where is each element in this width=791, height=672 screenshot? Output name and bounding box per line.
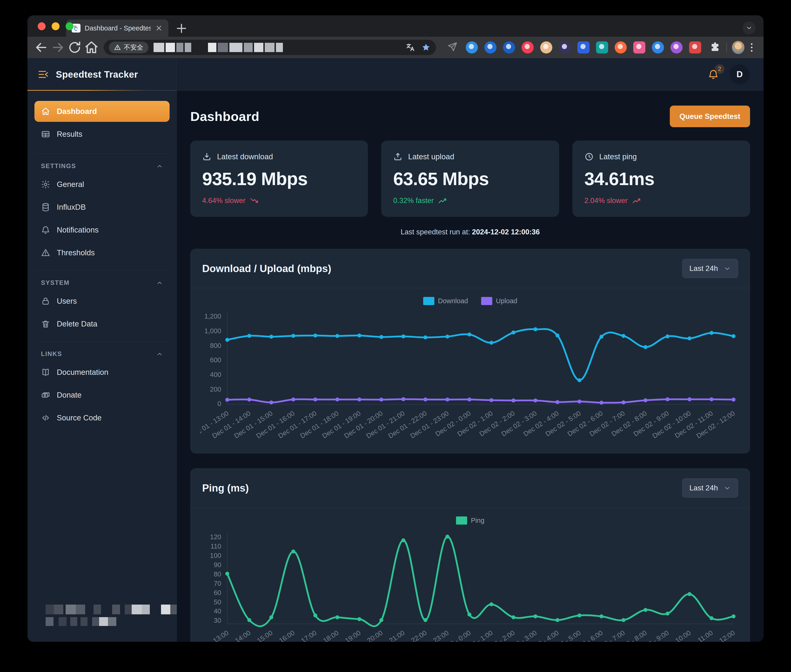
browser-profile-avatar[interactable] bbox=[732, 41, 744, 54]
sidebar-item-delete-data[interactable]: Delete Data bbox=[34, 314, 170, 334]
time-range-selector[interactable]: Last 24h bbox=[682, 478, 738, 498]
sidebar-item-results[interactable]: Results bbox=[34, 124, 170, 145]
chart-canvas: 30405060708090100110120Dec 01 - 13:00Dec… bbox=[200, 525, 741, 642]
minimize-window-button[interactable] bbox=[51, 22, 59, 30]
sidebar-item-dashboard[interactable]: Dashboard bbox=[34, 101, 170, 122]
emoji-face-icon[interactable] bbox=[540, 42, 552, 53]
drop-icon[interactable] bbox=[466, 42, 478, 53]
notebook-icon[interactable] bbox=[689, 42, 701, 53]
redacted-block bbox=[120, 605, 125, 614]
sidebar-section-header[interactable]: SETTINGS bbox=[34, 161, 170, 174]
sidebar-collapse-icon[interactable] bbox=[37, 68, 49, 80]
database-icon bbox=[41, 203, 50, 212]
sidebar-item-documentation[interactable]: Documentation bbox=[34, 362, 170, 383]
legend-swatch bbox=[423, 297, 434, 305]
sidebar-item-donate[interactable]: Donate bbox=[34, 385, 170, 406]
browser-toolbar: 不安全 bbox=[27, 37, 764, 58]
reload-button[interactable] bbox=[67, 40, 82, 55]
sidebar-item-label: InfluxDB bbox=[57, 203, 86, 211]
redacted-block bbox=[67, 617, 70, 626]
svg-text:Dec 01 - 22:00: Dec 01 - 22:00 bbox=[387, 410, 428, 440]
trend-up-icon bbox=[438, 196, 447, 205]
last-run-label: Last speedtest run at: bbox=[401, 228, 470, 236]
svg-text:Dec 02 - 11:00: Dec 02 - 11:00 bbox=[674, 410, 714, 440]
svg-text:80: 80 bbox=[214, 570, 221, 578]
stat-cards: Latest download 935.19 Mbps 4.64% slower… bbox=[190, 141, 750, 217]
sidebar-section-title: LINKS bbox=[41, 350, 62, 358]
redacted-url-block bbox=[254, 43, 263, 52]
redacted-url-block bbox=[276, 43, 283, 52]
sidebar-item-source-code[interactable]: Source Code bbox=[34, 407, 170, 428]
browser-menu-icon[interactable] bbox=[746, 42, 757, 53]
browser-home-button[interactable] bbox=[84, 40, 99, 55]
security-badge[interactable]: 不安全 bbox=[109, 42, 148, 53]
redacted-block bbox=[99, 617, 108, 626]
user-avatar[interactable]: D bbox=[730, 64, 749, 85]
tab-close-icon[interactable] bbox=[155, 24, 163, 32]
sidebar-item-thresholds[interactable]: Thresholds bbox=[34, 242, 170, 263]
chart-title: Download / Upload (mbps) bbox=[202, 263, 331, 274]
redacted-url-block bbox=[244, 43, 253, 52]
redacted-block bbox=[59, 617, 67, 626]
translate-pink-icon[interactable] bbox=[633, 42, 645, 53]
send-icon[interactable] bbox=[447, 42, 459, 53]
teal-logo-icon[interactable] bbox=[596, 42, 608, 53]
tab-search-button[interactable] bbox=[743, 21, 756, 34]
redacted-block bbox=[112, 605, 120, 614]
redacted-url-block bbox=[154, 43, 164, 52]
pocket-shield-icon[interactable] bbox=[521, 42, 534, 53]
close-window-button[interactable] bbox=[38, 22, 46, 30]
legend-item: Download bbox=[423, 297, 468, 305]
download-tray-icon bbox=[202, 152, 212, 162]
redacted-url-block bbox=[208, 43, 217, 52]
svg-text:100: 100 bbox=[210, 552, 221, 560]
flame-icon[interactable] bbox=[615, 42, 627, 53]
redacted-url bbox=[154, 43, 400, 52]
sidebar-item-influxdb[interactable]: InfluxDB bbox=[34, 197, 170, 218]
zoom-window-button[interactable] bbox=[66, 22, 74, 30]
back-button[interactable] bbox=[34, 40, 49, 55]
grape-icon[interactable] bbox=[671, 42, 683, 53]
stat-value: 34.61ms bbox=[584, 168, 738, 189]
browser-tab[interactable]: Dashboard - Speedtest Track bbox=[66, 19, 168, 37]
redacted-url-block bbox=[218, 43, 228, 52]
redacted-block bbox=[85, 605, 93, 614]
notifications-bell-icon[interactable]: 2 bbox=[708, 69, 719, 80]
redacted-block bbox=[46, 617, 53, 626]
extensions-menu-icon[interactable] bbox=[709, 42, 721, 53]
sidebar-item-label: Thresholds bbox=[57, 248, 95, 257]
globe-icon[interactable] bbox=[503, 42, 515, 53]
address-bar[interactable]: 不安全 bbox=[104, 40, 436, 55]
sidebar-item-users[interactable]: Users bbox=[34, 291, 170, 312]
ring-icon[interactable] bbox=[652, 42, 664, 53]
warning-icon bbox=[41, 248, 50, 258]
new-tab-button[interactable] bbox=[175, 21, 188, 35]
security-badge-label: 不安全 bbox=[124, 43, 143, 52]
redacted-block bbox=[80, 617, 87, 626]
sidebar-section-header[interactable]: LINKS bbox=[34, 349, 170, 362]
time-range-selector[interactable]: Last 24h bbox=[682, 259, 738, 278]
sidebar-item-notifications[interactable]: Notifications bbox=[34, 219, 170, 240]
redacted-url-block bbox=[166, 43, 175, 52]
forward-button[interactable] bbox=[50, 40, 66, 55]
stat-delta: 4.64% slower bbox=[202, 196, 356, 205]
home-icon bbox=[41, 107, 50, 116]
stat-value: 63.65 Mbps bbox=[393, 168, 547, 189]
table-icon bbox=[41, 130, 50, 139]
speedtest-tracker-app: Speedtest Tracker Dashboard Results SETT… bbox=[27, 58, 764, 642]
swirl-icon[interactable] bbox=[485, 42, 496, 53]
sidebar-item-general[interactable]: General bbox=[34, 174, 170, 195]
queue-speedtest-button[interactable]: Queue Speedtest bbox=[670, 106, 750, 127]
sidebar-section-header[interactable]: SYSTEM bbox=[34, 277, 170, 291]
mask-icon[interactable] bbox=[559, 42, 571, 53]
code-icon bbox=[41, 413, 50, 422]
redacted-block bbox=[53, 617, 59, 626]
sidebar-header: Speedtest Tracker bbox=[27, 58, 176, 91]
redacted-text-row bbox=[46, 605, 159, 614]
translate-icon[interactable] bbox=[405, 43, 415, 52]
doc-lock-icon[interactable] bbox=[578, 42, 589, 53]
svg-text:30: 30 bbox=[214, 617, 221, 624]
sidebar-divider bbox=[35, 270, 168, 270]
svg-text:Dec 01 - 16:00: Dec 01 - 16:00 bbox=[255, 410, 296, 440]
bookmark-star-icon[interactable] bbox=[421, 43, 431, 52]
